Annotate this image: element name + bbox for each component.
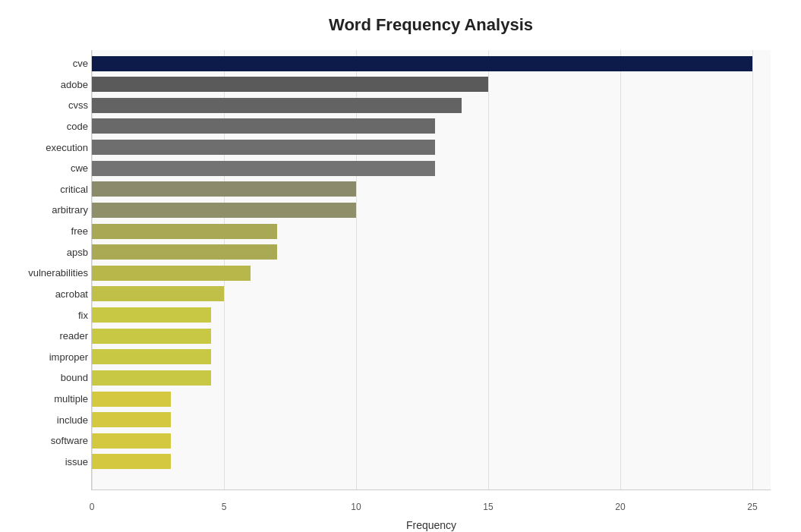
bar xyxy=(92,118,435,134)
bar xyxy=(92,454,171,469)
chart-container: Word Frequency Analysis 0510152025Freque… xyxy=(0,0,801,532)
bar xyxy=(92,286,224,301)
bar-label: reader xyxy=(5,330,88,342)
bar xyxy=(92,203,356,218)
bar-label: acrobat xyxy=(5,288,88,300)
bar-label: cwe xyxy=(5,162,88,174)
bar-row: improper xyxy=(92,349,771,364)
bar-label: code xyxy=(5,121,88,132)
bar xyxy=(92,433,171,449)
bar-row: cve xyxy=(92,56,771,71)
bar-label: execution xyxy=(5,142,88,153)
bar-label: apsb xyxy=(5,247,88,258)
x-axis-tick-label: 20 xyxy=(615,502,625,512)
bar xyxy=(92,77,488,92)
bar xyxy=(92,370,211,386)
bar-row: include xyxy=(92,412,771,427)
bar-label: adobe xyxy=(5,79,88,90)
x-axis-tick-label: 0 xyxy=(90,502,95,512)
bar xyxy=(92,56,752,71)
bar-row: cwe xyxy=(92,161,771,176)
x-axis-tick-label: 15 xyxy=(483,502,493,512)
bar-row: execution xyxy=(92,140,771,155)
bar-row: software xyxy=(92,433,771,449)
chart-title: Word Frequency Analysis xyxy=(91,15,771,35)
bar-label: cve xyxy=(5,58,88,69)
bar-row: acrobat xyxy=(92,286,771,301)
bar xyxy=(92,392,171,407)
x-axis-tick-label: 5 xyxy=(222,502,227,512)
bar-row: multiple xyxy=(92,392,771,407)
bar xyxy=(92,266,251,281)
bar-row: free xyxy=(92,224,771,239)
bar-label: include xyxy=(5,414,88,426)
bar-row: reader xyxy=(92,329,771,344)
bar-label: fix xyxy=(5,310,88,321)
bar-row: bound xyxy=(92,370,771,386)
bar xyxy=(92,307,211,323)
bar xyxy=(92,244,277,260)
bar xyxy=(92,161,435,176)
x-axis-tick-label: 10 xyxy=(351,502,361,512)
bar-row: fix xyxy=(92,307,771,323)
bar-label: vulnerabilities xyxy=(5,267,88,279)
bar-label: arbitrary xyxy=(5,204,88,216)
bar-row: cvss xyxy=(92,98,771,113)
bar-row: adobe xyxy=(92,77,771,92)
bar-label: improper xyxy=(5,351,88,363)
chart-area: 0510152025Frequencycveadobecvsscodeexecu… xyxy=(91,50,771,490)
bar xyxy=(92,98,462,113)
bar xyxy=(92,329,211,344)
bar-label: bound xyxy=(5,372,88,383)
bar-label: critical xyxy=(5,184,88,195)
bar-row: code xyxy=(92,118,771,134)
bar-row: issue xyxy=(92,454,771,469)
bar-row: arbitrary xyxy=(92,203,771,218)
bar-label: issue xyxy=(5,456,88,467)
bar-row: critical xyxy=(92,181,771,197)
bar-row: apsb xyxy=(92,244,771,260)
bar xyxy=(92,412,171,427)
x-axis-title: Frequency xyxy=(92,519,771,531)
bar xyxy=(92,181,356,197)
bar xyxy=(92,224,277,239)
bar xyxy=(92,140,435,155)
bar-row: vulnerabilities xyxy=(92,266,771,281)
bar-label: cvss xyxy=(5,99,88,111)
bar-label: software xyxy=(5,435,88,446)
bar-label: multiple xyxy=(5,393,88,405)
x-axis-tick-label: 25 xyxy=(747,502,757,512)
bar xyxy=(92,349,211,364)
bar-label: free xyxy=(5,225,88,237)
